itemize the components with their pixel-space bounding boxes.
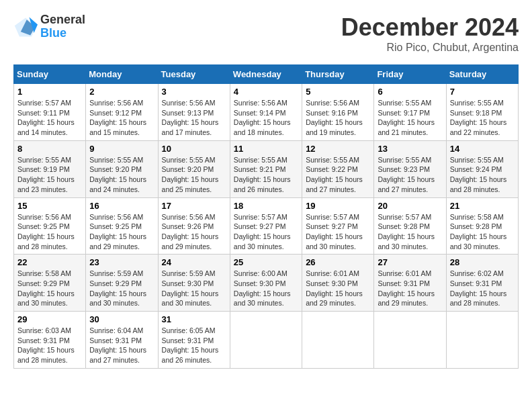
calendar-week-3: 15 Sunrise: 5:56 AM Sunset: 9:25 PM Dayl… [14, 197, 519, 255]
table-row [446, 312, 518, 369]
table-row: 30 Sunrise: 6:04 AM Sunset: 9:31 PM Dayl… [86, 312, 158, 369]
day-number: 17 [162, 201, 226, 211]
day-info: Sunrise: 6:04 AM Sunset: 9:31 PM Dayligh… [89, 326, 154, 365]
table-row [230, 312, 302, 369]
day-number: 16 [89, 201, 154, 211]
day-info: Sunrise: 5:55 AM Sunset: 9:22 PM Dayligh… [306, 155, 370, 195]
logo-icon [13, 15, 38, 39]
location: Rio Pico, Chubut, Argentina [341, 42, 519, 54]
day-number: 6 [378, 87, 442, 97]
table-row: 2 Sunrise: 5:56 AM Sunset: 9:12 PM Dayli… [86, 84, 158, 141]
day-number: 8 [17, 144, 82, 154]
calendar-week-4: 22 Sunrise: 5:58 AM Sunset: 9:29 PM Dayl… [14, 255, 519, 312]
table-row: 21 Sunrise: 5:58 AM Sunset: 9:28 PM Dayl… [446, 197, 518, 255]
table-row: 15 Sunrise: 5:56 AM Sunset: 9:25 PM Dayl… [14, 197, 86, 255]
table-row: 8 Sunrise: 5:55 AM Sunset: 9:19 PM Dayli… [14, 140, 86, 197]
day-info: Sunrise: 6:03 AM Sunset: 9:31 PM Dayligh… [17, 326, 82, 365]
header: General Blue December 2024 Rio Pico, Chu… [13, 13, 519, 54]
table-row: 16 Sunrise: 5:56 AM Sunset: 9:25 PM Dayl… [86, 197, 158, 255]
table-row: 27 Sunrise: 6:01 AM Sunset: 9:31 PM Dayl… [374, 255, 446, 312]
day-info: Sunrise: 5:59 AM Sunset: 9:30 PM Dayligh… [162, 269, 226, 308]
table-row [374, 312, 446, 369]
day-info: Sunrise: 5:55 AM Sunset: 9:19 PM Dayligh… [17, 155, 82, 195]
table-row: 9 Sunrise: 5:55 AM Sunset: 9:20 PM Dayli… [86, 140, 158, 197]
day-number: 5 [306, 87, 370, 97]
table-row: 12 Sunrise: 5:55 AM Sunset: 9:22 PM Dayl… [302, 140, 374, 197]
table-row: 23 Sunrise: 5:59 AM Sunset: 9:29 PM Dayl… [86, 255, 158, 312]
table-row: 18 Sunrise: 5:57 AM Sunset: 9:27 PM Dayl… [230, 197, 302, 255]
day-number: 21 [450, 201, 515, 211]
day-info: Sunrise: 5:56 AM Sunset: 9:16 PM Dayligh… [306, 98, 370, 138]
day-info: Sunrise: 5:56 AM Sunset: 9:26 PM Dayligh… [162, 212, 226, 252]
day-info: Sunrise: 5:55 AM Sunset: 9:24 PM Dayligh… [450, 155, 515, 195]
calendar-week-5: 29 Sunrise: 6:03 AM Sunset: 9:31 PM Dayl… [14, 312, 519, 369]
table-row: 4 Sunrise: 5:56 AM Sunset: 9:14 PM Dayli… [230, 84, 302, 141]
month-title: December 2024 [341, 13, 519, 42]
table-row: 28 Sunrise: 6:02 AM Sunset: 9:31 PM Dayl… [446, 255, 518, 312]
day-number: 7 [450, 87, 515, 97]
day-number: 29 [17, 314, 82, 324]
calendar-week-1: 1 Sunrise: 5:57 AM Sunset: 9:11 PM Dayli… [14, 84, 519, 141]
day-number: 14 [450, 144, 515, 154]
table-row: 3 Sunrise: 5:56 AM Sunset: 9:13 PM Dayli… [158, 84, 230, 141]
table-row: 17 Sunrise: 5:56 AM Sunset: 9:26 PM Dayl… [158, 197, 230, 255]
day-info: Sunrise: 5:55 AM Sunset: 9:23 PM Dayligh… [378, 155, 442, 195]
col-saturday: Saturday [446, 65, 518, 84]
day-info: Sunrise: 6:02 AM Sunset: 9:31 PM Dayligh… [450, 269, 515, 308]
day-info: Sunrise: 5:56 AM Sunset: 9:14 PM Dayligh… [234, 98, 298, 138]
calendar-week-2: 8 Sunrise: 5:55 AM Sunset: 9:19 PM Dayli… [14, 140, 519, 197]
day-number: 25 [234, 257, 298, 267]
day-info: Sunrise: 5:58 AM Sunset: 9:29 PM Dayligh… [17, 269, 82, 308]
day-number: 1 [17, 87, 82, 97]
table-row: 6 Sunrise: 5:55 AM Sunset: 9:17 PM Dayli… [374, 84, 446, 141]
day-number: 23 [89, 257, 154, 267]
day-number: 10 [162, 144, 226, 154]
day-info: Sunrise: 6:00 AM Sunset: 9:30 PM Dayligh… [234, 269, 298, 308]
logo-text: General Blue [40, 13, 85, 40]
logo: General Blue [13, 13, 85, 40]
day-info: Sunrise: 5:55 AM Sunset: 9:21 PM Dayligh… [234, 155, 298, 195]
col-thursday: Thursday [302, 65, 374, 84]
day-info: Sunrise: 5:59 AM Sunset: 9:29 PM Dayligh… [89, 269, 154, 308]
day-number: 2 [89, 87, 154, 97]
day-number: 18 [234, 201, 298, 211]
table-row: 22 Sunrise: 5:58 AM Sunset: 9:29 PM Dayl… [14, 255, 86, 312]
day-number: 31 [162, 314, 226, 324]
table-row: 25 Sunrise: 6:00 AM Sunset: 9:30 PM Dayl… [230, 255, 302, 312]
col-sunday: Sunday [14, 65, 86, 84]
day-number: 9 [89, 144, 154, 154]
day-info: Sunrise: 5:56 AM Sunset: 9:25 PM Dayligh… [89, 212, 154, 252]
day-info: Sunrise: 5:55 AM Sunset: 9:20 PM Dayligh… [89, 155, 154, 195]
day-info: Sunrise: 5:57 AM Sunset: 9:28 PM Dayligh… [378, 212, 442, 252]
col-wednesday: Wednesday [230, 65, 302, 84]
day-number: 11 [234, 144, 298, 154]
day-info: Sunrise: 5:56 AM Sunset: 9:13 PM Dayligh… [162, 98, 226, 138]
calendar-header-row: Sunday Monday Tuesday Wednesday Thursday… [14, 65, 519, 84]
logo-blue: Blue [40, 27, 85, 40]
table-row: 31 Sunrise: 6:05 AM Sunset: 9:31 PM Dayl… [158, 312, 230, 369]
day-info: Sunrise: 5:56 AM Sunset: 9:25 PM Dayligh… [17, 212, 82, 252]
logo-general: General [40, 13, 85, 27]
day-number: 12 [306, 144, 370, 154]
calendar-table: Sunday Monday Tuesday Wednesday Thursday… [13, 64, 519, 369]
day-info: Sunrise: 5:57 AM Sunset: 9:27 PM Dayligh… [234, 212, 298, 252]
table-row: 7 Sunrise: 5:55 AM Sunset: 9:18 PM Dayli… [446, 84, 518, 141]
table-row: 10 Sunrise: 5:55 AM Sunset: 9:20 PM Dayl… [158, 140, 230, 197]
day-number: 30 [89, 314, 154, 324]
table-row: 26 Sunrise: 6:01 AM Sunset: 9:30 PM Dayl… [302, 255, 374, 312]
col-monday: Monday [86, 65, 158, 84]
day-info: Sunrise: 5:57 AM Sunset: 9:27 PM Dayligh… [306, 212, 370, 252]
table-row: 14 Sunrise: 5:55 AM Sunset: 9:24 PM Dayl… [446, 140, 518, 197]
day-info: Sunrise: 5:56 AM Sunset: 9:12 PM Dayligh… [89, 98, 154, 138]
day-info: Sunrise: 5:55 AM Sunset: 9:17 PM Dayligh… [378, 98, 442, 138]
day-info: Sunrise: 5:57 AM Sunset: 9:11 PM Dayligh… [17, 98, 82, 138]
day-info: Sunrise: 5:55 AM Sunset: 9:18 PM Dayligh… [450, 98, 515, 138]
table-row: 19 Sunrise: 5:57 AM Sunset: 9:27 PM Dayl… [302, 197, 374, 255]
table-row: 5 Sunrise: 5:56 AM Sunset: 9:16 PM Dayli… [302, 84, 374, 141]
day-number: 3 [162, 87, 226, 97]
day-number: 4 [234, 87, 298, 97]
day-info: Sunrise: 5:55 AM Sunset: 9:20 PM Dayligh… [162, 155, 226, 195]
table-row: 1 Sunrise: 5:57 AM Sunset: 9:11 PM Dayli… [14, 84, 86, 141]
day-info: Sunrise: 6:01 AM Sunset: 9:31 PM Dayligh… [378, 269, 442, 308]
day-number: 26 [306, 257, 370, 267]
